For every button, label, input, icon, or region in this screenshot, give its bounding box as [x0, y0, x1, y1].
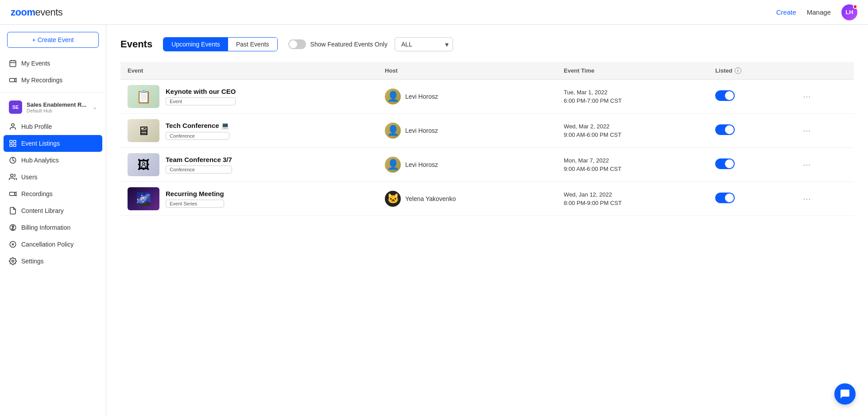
sidebar-item-cancellation[interactable]: Cancellation Policy	[0, 236, 106, 253]
host-avatar: 🐱	[385, 191, 401, 207]
sidebar-item-label: Recordings	[21, 190, 53, 197]
hub-avatar: SE	[9, 100, 22, 114]
listed-toggle[interactable]	[715, 158, 735, 169]
more-options-button[interactable]: ···	[799, 124, 814, 137]
events-table: Event Host Event Time Listed i 📋	[120, 62, 854, 216]
sidebar-item-label: Settings	[21, 258, 44, 265]
svg-point-6	[12, 124, 14, 126]
chart-icon	[9, 156, 17, 164]
events-tbody: 📋 Keynote with our CEO Event 👤 Levi Horo…	[120, 80, 854, 216]
sidebar-item-my-events[interactable]: My Events	[0, 55, 106, 72]
event-info: Keynote with our CEO Event	[166, 88, 236, 105]
sidebar-item-hub-profile[interactable]: Hub Profile	[0, 118, 106, 135]
actions-cell: ···	[792, 182, 854, 216]
user-avatar[interactable]: LH	[841, 4, 857, 20]
create-nav-link[interactable]: Create	[776, 8, 796, 16]
tab-upcoming-events[interactable]: Upcoming Events	[163, 38, 228, 51]
actions-cell: ···	[792, 114, 854, 148]
event-time-range: 9:00 AM-6:00 PM CST	[564, 165, 701, 174]
actions-cell: ···	[792, 80, 854, 114]
host-name: Yelena Yakovenko	[405, 195, 456, 202]
featured-toggle[interactable]	[288, 39, 306, 49]
event-time-cell: Wed, Mar 2, 2022 9:00 AM-6:00 PM CST	[557, 114, 708, 148]
listed-toggle[interactable]	[715, 193, 735, 203]
table-header-row: Event Host Event Time Listed i	[120, 62, 854, 80]
toggle-knob	[725, 159, 734, 168]
host-avatar: 👤	[385, 89, 401, 104]
table-row: 🖼 Team Conference 3/7 Conference 👤 Levi …	[120, 148, 854, 182]
more-options-button[interactable]: ···	[799, 90, 814, 103]
more-options-button[interactable]: ···	[799, 193, 814, 205]
col-actions	[792, 62, 854, 80]
table-row: 🌌 Recurring Meeting Event Series 🐱 Yelen…	[120, 182, 854, 216]
sidebar-item-hub-analytics[interactable]: Hub Analytics	[0, 152, 106, 169]
svg-rect-10	[14, 144, 16, 147]
svg-rect-0	[10, 61, 16, 67]
listed-info-icon[interactable]: i	[735, 67, 741, 74]
sidebar-item-content-library[interactable]: Content Library	[0, 202, 106, 219]
event-info: Tech Conference 💻 Conference	[166, 122, 229, 140]
billing-icon	[9, 224, 17, 232]
sidebar-item-label: Hub Analytics	[21, 157, 59, 164]
host-cell: 👤 Levi Horosz	[378, 148, 557, 182]
sidebar-item-my-recordings[interactable]: My Recordings	[0, 72, 106, 89]
event-thumbnail: 🖼	[128, 153, 159, 176]
col-event: Event	[120, 62, 378, 80]
sidebar-item-billing[interactable]: Billing Information	[0, 219, 106, 236]
sidebar-item-label: My Events	[21, 60, 50, 67]
event-time: Mon, Mar 7, 2022 9:00 AM-6:00 PM CST	[564, 156, 701, 174]
listed-toggle[interactable]	[715, 124, 735, 135]
listed-cell	[708, 148, 792, 182]
sidebar-item-label: Billing Information	[21, 224, 70, 231]
settings-icon	[9, 257, 17, 265]
svg-marker-14	[15, 192, 16, 196]
chat-button[interactable]	[834, 383, 856, 405]
event-type-badge: Conference	[166, 132, 229, 140]
sidebar-item-settings[interactable]: Settings	[0, 253, 106, 270]
file-icon	[9, 207, 17, 215]
sidebar-item-label: Hub Profile	[21, 123, 52, 130]
event-name: Tech Conference 💻	[166, 122, 229, 130]
sidebar-item-event-listings[interactable]: Event Listings	[4, 135, 102, 152]
filter-dropdown[interactable]: ALL Event Conference Event Series	[395, 37, 453, 51]
svg-rect-13	[10, 192, 15, 196]
toggle-knob	[725, 193, 734, 202]
svg-point-12	[11, 174, 13, 177]
event-thumbnail: 📋	[128, 85, 159, 108]
svg-rect-7	[10, 140, 12, 143]
sidebar-item-label: My Recordings	[21, 77, 62, 84]
sidebar-divider	[0, 92, 106, 93]
event-date: Wed, Jan 12, 2022	[564, 190, 701, 199]
logo: zoomevents	[11, 7, 62, 18]
cancel-icon	[9, 240, 17, 248]
col-listed: Listed i	[708, 62, 792, 80]
actions-cell: ···	[792, 148, 854, 182]
svg-marker-5	[15, 78, 16, 82]
hub-info: Sales Enablement R... Default Hub	[27, 101, 88, 113]
sidebar-item-recordings[interactable]: Recordings	[0, 185, 106, 202]
calendar-icon	[9, 59, 17, 67]
host-name: Levi Horosz	[405, 93, 438, 100]
event-type-badge: Event	[166, 97, 236, 105]
listed-toggle[interactable]	[715, 90, 735, 101]
event-type-badge: Conference	[166, 166, 232, 174]
tab-past-events[interactable]: Past Events	[228, 38, 277, 51]
event-date: Mon, Mar 7, 2022	[564, 156, 701, 165]
sidebar-item-label: Content Library	[21, 207, 64, 214]
manage-nav-link[interactable]: Manage	[807, 8, 831, 16]
col-event-time: Event Time	[557, 62, 708, 80]
host-name: Levi Horosz	[405, 127, 438, 134]
host-avatar: 👤	[385, 157, 401, 173]
listed-cell	[708, 80, 792, 114]
sidebar-item-label: Users	[21, 174, 38, 181]
event-info: Recurring Meeting Event Series	[166, 190, 224, 208]
topnav: zoomevents Create Manage LH	[0, 0, 868, 25]
sidebar-hub-item[interactable]: SE Sales Enablement R... Default Hub ⌄	[0, 96, 106, 118]
create-event-button[interactable]: + Create Event	[7, 32, 99, 48]
event-time-cell: Tue, Mar 1, 2022 6:00 PM-7:00 PM CST	[557, 80, 708, 114]
logo-text: zoomevents	[11, 7, 62, 18]
page-title: Events	[120, 39, 152, 50]
sidebar-item-users[interactable]: Users	[0, 169, 106, 185]
event-cell: 🖼 Team Conference 3/7 Conference	[120, 148, 378, 182]
more-options-button[interactable]: ···	[799, 158, 814, 171]
